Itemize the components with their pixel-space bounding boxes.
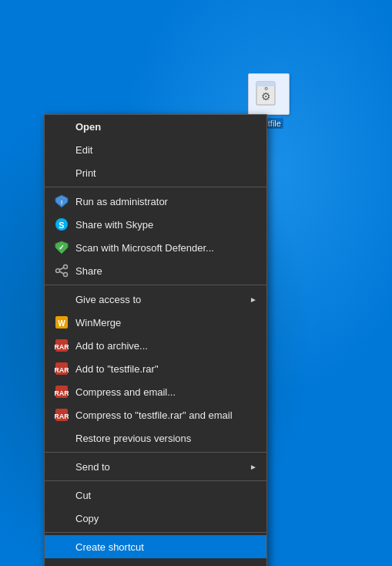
menu-item-restore-versions[interactable]: Restore previous versions [45,426,266,450]
menu-item-open[interactable]: Open [45,115,266,138]
cut-icon [54,487,69,503]
menu-item-delete[interactable]: Delete [45,558,266,566]
menu-item-add-testfile-rar[interactable]: RAR Add to "testfile.rar" [45,357,266,380]
delete-icon [54,562,69,566]
svg-line-13 [59,268,63,270]
gear-icon: ⚙ ⚙ [255,80,283,108]
archive2-icon: RAR [54,361,69,376]
svg-text:⚙: ⚙ [264,86,268,91]
menu-label-copy: Copy [75,513,257,524]
separator-3 [45,452,266,453]
menu-label-compress-testfile-email: Compress to "testfile.rar" and email [75,409,257,421]
file-icon-image: ⚙ ⚙ [248,73,290,115]
svg-text:S: S [59,221,64,230]
menu-label-give-access: Give access to [75,294,250,305]
svg-text:RAR: RAR [55,343,69,351]
menu-label-add-archive: Add to archive... [75,340,257,352]
menu-item-compress-email[interactable]: RAR Compress and email... [45,380,266,403]
menu-label-create-shortcut: Create shortcut [75,541,257,553]
menu-item-compress-testfile-email[interactable]: RAR Compress to "testfile.rar" and email [45,403,266,426]
open-icon [54,119,69,134]
send-to-icon [54,459,69,474]
svg-text:!: ! [61,199,63,206]
menu-label-open: Open [75,121,257,133]
separator-5 [45,532,266,533]
edit-icon [54,142,69,157]
menu-item-scan-defender[interactable]: ✓ Scan with Microsoft Defender... [45,236,266,259]
compress-email-icon: RAR [54,384,69,399]
defender-icon: ✓ [54,240,69,255]
svg-text:RAR: RAR [55,389,69,397]
separator-4 [45,480,266,481]
give-access-arrow: ► [250,295,257,304]
context-menu: Open Edit Print ! Run as administrator S… [44,114,267,566]
svg-point-11 [56,269,60,273]
menu-label-compress-email: Compress and email... [75,386,257,398]
menu-label-restore-versions: Restore previous versions [75,433,257,444]
svg-text:RAR: RAR [55,366,69,374]
give-access-icon [54,291,69,307]
archive-icon: RAR [54,338,69,353]
copy-icon [54,510,69,526]
menu-item-share-skype[interactable]: S Share with Skype [45,213,266,236]
restore-icon [54,430,69,446]
svg-point-12 [64,273,68,277]
print-icon [54,165,69,180]
menu-label-add-testfile-rar: Add to "testfile.rar" [75,363,257,375]
svg-text:⚙: ⚙ [261,90,271,103]
svg-text:W: W [58,319,65,328]
share-icon [54,263,69,278]
menu-item-create-shortcut[interactable]: Create shortcut [45,535,266,558]
menu-label-print: Print [75,167,257,179]
separator-1 [45,187,266,187]
uac-shield-icon: ! [54,194,69,209]
menu-item-cut[interactable]: Cut [45,483,266,507]
menu-label-send-to: Send to [75,461,250,473]
separator-2 [45,285,266,285]
send-to-arrow: ► [250,463,257,471]
menu-item-copy[interactable]: Copy [45,507,266,530]
menu-label-share: Share [75,265,257,277]
menu-label-winmerge: WinMerge [75,317,257,328]
compress-testfile-email-icon: RAR [54,407,69,423]
svg-text:✓: ✓ [59,244,65,251]
menu-item-edit[interactable]: Edit [45,138,266,161]
create-shortcut-icon [54,539,69,554]
menu-item-add-archive[interactable]: RAR Add to archive... [45,334,266,357]
menu-item-winmerge[interactable]: W WinMerge [45,311,266,334]
svg-line-14 [59,271,63,274]
menu-item-give-access[interactable]: Give access to ► [45,288,266,311]
svg-text:RAR: RAR [55,413,69,420]
menu-label-scan-defender: Scan with Microsoft Defender... [75,242,257,254]
menu-label-edit: Edit [75,144,257,156]
svg-point-10 [64,265,68,269]
menu-label-share-skype: Share with Skype [75,219,257,231]
menu-label-run-as-admin: Run as administrator [75,196,257,207]
menu-item-run-as-admin[interactable]: ! Run as administrator [45,190,266,213]
menu-item-print[interactable]: Print [45,161,266,184]
menu-item-share[interactable]: Share [45,259,266,282]
menu-item-send-to[interactable]: Send to ► [45,455,266,478]
menu-label-cut: Cut [75,490,257,501]
winmerge-icon: W [54,315,69,330]
skype-icon: S [54,217,69,232]
